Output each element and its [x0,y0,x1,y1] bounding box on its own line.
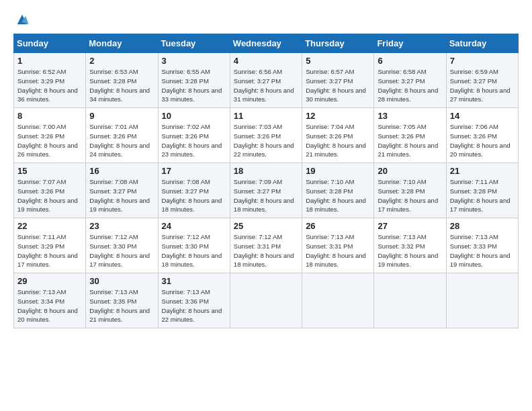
calendar-cell: 1 Sunrise: 6:52 AM Sunset: 3:29 PM Dayli… [14,53,86,108]
day-info: Sunrise: 7:10 AM Sunset: 3:28 PM Dayligh… [378,177,443,214]
day-number: 10 [162,111,227,121]
day-info: Sunrise: 6:57 AM Sunset: 3:27 PM Dayligh… [306,67,371,104]
day-number: 16 [89,166,154,176]
day-info: Sunrise: 7:11 AM Sunset: 3:29 PM Dayligh… [17,232,83,269]
col-header-saturday: Saturday [446,34,518,53]
day-info: Sunrise: 7:13 AM Sunset: 3:34 PM Dayligh… [17,287,83,324]
day-info: Sunrise: 6:52 AM Sunset: 3:29 PM Dayligh… [17,67,83,104]
day-number: 19 [306,166,371,176]
day-number: 22 [17,221,83,231]
calendar-cell [230,273,302,328]
day-number: 6 [378,56,443,66]
calendar-cell: 3 Sunrise: 6:55 AM Sunset: 3:28 PM Dayli… [158,53,230,108]
day-info: Sunrise: 7:13 AM Sunset: 3:36 PM Dayligh… [162,287,227,324]
logo [13,12,30,27]
day-info: Sunrise: 7:05 AM Sunset: 3:26 PM Dayligh… [378,122,443,159]
day-number: 15 [17,166,83,176]
calendar-cell: 14 Sunrise: 7:06 AM Sunset: 3:26 PM Dayl… [446,108,518,163]
col-header-sunday: Sunday [14,34,86,53]
day-info: Sunrise: 7:09 AM Sunset: 3:27 PM Dayligh… [234,177,299,214]
calendar-cell: 4 Sunrise: 6:56 AM Sunset: 3:27 PM Dayli… [230,53,302,108]
day-info: Sunrise: 7:13 AM Sunset: 3:33 PM Dayligh… [450,232,515,269]
day-info: Sunrise: 7:06 AM Sunset: 3:26 PM Dayligh… [450,122,515,159]
calendar-cell: 18 Sunrise: 7:09 AM Sunset: 3:27 PM Dayl… [230,163,302,218]
calendar-header-row: SundayMondayTuesdayWednesdayThursdayFrid… [14,34,519,53]
day-number: 30 [89,276,154,286]
day-number: 14 [450,111,515,121]
calendar-cell: 21 Sunrise: 7:11 AM Sunset: 3:28 PM Dayl… [446,163,518,218]
day-info: Sunrise: 7:13 AM Sunset: 3:32 PM Dayligh… [378,232,443,269]
day-info: Sunrise: 7:07 AM Sunset: 3:26 PM Dayligh… [17,177,83,214]
calendar-cell: 29 Sunrise: 7:13 AM Sunset: 3:34 PM Dayl… [14,273,86,328]
day-info: Sunrise: 7:02 AM Sunset: 3:26 PM Dayligh… [162,122,227,159]
day-number: 18 [234,166,299,176]
day-number: 9 [89,111,154,121]
day-number: 4 [234,56,299,66]
day-number: 8 [17,111,83,121]
day-info: Sunrise: 6:55 AM Sunset: 3:28 PM Dayligh… [162,67,227,104]
calendar-cell: 25 Sunrise: 7:12 AM Sunset: 3:31 PM Dayl… [230,218,302,273]
day-number: 12 [306,111,371,121]
page: SundayMondayTuesdayWednesdayThursdayFrid… [0,0,532,411]
calendar-cell: 16 Sunrise: 7:08 AM Sunset: 3:27 PM Dayl… [86,163,158,218]
calendar-cell: 17 Sunrise: 7:08 AM Sunset: 3:27 PM Dayl… [158,163,230,218]
day-info: Sunrise: 7:11 AM Sunset: 3:28 PM Dayligh… [450,177,515,214]
day-info: Sunrise: 7:04 AM Sunset: 3:26 PM Dayligh… [306,122,371,159]
calendar-cell: 10 Sunrise: 7:02 AM Sunset: 3:26 PM Dayl… [158,108,230,163]
day-info: Sunrise: 7:12 AM Sunset: 3:31 PM Dayligh… [234,232,299,269]
day-number: 2 [89,56,154,66]
day-number: 28 [450,221,515,231]
calendar-cell: 2 Sunrise: 6:53 AM Sunset: 3:28 PM Dayli… [86,53,158,108]
day-info: Sunrise: 6:53 AM Sunset: 3:28 PM Dayligh… [89,67,154,104]
day-info: Sunrise: 7:10 AM Sunset: 3:28 PM Dayligh… [306,177,371,214]
day-number: 31 [162,276,227,286]
calendar-week-row: 8 Sunrise: 7:00 AM Sunset: 3:26 PM Dayli… [14,108,519,163]
day-number: 7 [450,56,515,66]
calendar-cell [446,273,518,328]
calendar-cell: 20 Sunrise: 7:10 AM Sunset: 3:28 PM Dayl… [374,163,446,218]
calendar-cell: 6 Sunrise: 6:58 AM Sunset: 3:27 PM Dayli… [374,53,446,108]
calendar-cell: 28 Sunrise: 7:13 AM Sunset: 3:33 PM Dayl… [446,218,518,273]
col-header-thursday: Thursday [302,34,374,53]
header [13,12,519,27]
calendar-cell: 24 Sunrise: 7:12 AM Sunset: 3:30 PM Dayl… [158,218,230,273]
day-info: Sunrise: 7:08 AM Sunset: 3:27 PM Dayligh… [162,177,227,214]
calendar-cell: 22 Sunrise: 7:11 AM Sunset: 3:29 PM Dayl… [14,218,86,273]
col-header-wednesday: Wednesday [230,34,302,53]
col-header-tuesday: Tuesday [158,34,230,53]
day-info: Sunrise: 7:03 AM Sunset: 3:26 PM Dayligh… [234,122,299,159]
calendar-cell: 26 Sunrise: 7:13 AM Sunset: 3:31 PM Dayl… [302,218,374,273]
calendar-week-row: 29 Sunrise: 7:13 AM Sunset: 3:34 PM Dayl… [14,273,519,328]
calendar-cell: 23 Sunrise: 7:12 AM Sunset: 3:30 PM Dayl… [86,218,158,273]
calendar-week-row: 22 Sunrise: 7:11 AM Sunset: 3:29 PM Dayl… [14,218,519,273]
calendar-cell: 19 Sunrise: 7:10 AM Sunset: 3:28 PM Dayl… [302,163,374,218]
calendar-cell: 13 Sunrise: 7:05 AM Sunset: 3:26 PM Dayl… [374,108,446,163]
day-info: Sunrise: 6:58 AM Sunset: 3:27 PM Dayligh… [378,67,443,104]
day-number: 24 [162,221,227,231]
calendar-cell: 12 Sunrise: 7:04 AM Sunset: 3:26 PM Dayl… [302,108,374,163]
day-number: 1 [17,56,83,66]
day-info: Sunrise: 7:12 AM Sunset: 3:30 PM Dayligh… [162,232,227,269]
calendar-cell: 15 Sunrise: 7:07 AM Sunset: 3:26 PM Dayl… [14,163,86,218]
day-info: Sunrise: 7:08 AM Sunset: 3:27 PM Dayligh… [89,177,154,214]
calendar-cell: 11 Sunrise: 7:03 AM Sunset: 3:26 PM Dayl… [230,108,302,163]
day-number: 11 [234,111,299,121]
day-number: 25 [234,221,299,231]
calendar-cell: 8 Sunrise: 7:00 AM Sunset: 3:26 PM Dayli… [14,108,86,163]
day-info: Sunrise: 7:12 AM Sunset: 3:30 PM Dayligh… [89,232,154,269]
calendar-cell: 27 Sunrise: 7:13 AM Sunset: 3:32 PM Dayl… [374,218,446,273]
calendar-table: SundayMondayTuesdayWednesdayThursdayFrid… [13,34,519,328]
calendar-cell [374,273,446,328]
calendar-week-row: 1 Sunrise: 6:52 AM Sunset: 3:29 PM Dayli… [14,53,519,108]
calendar-cell: 30 Sunrise: 7:13 AM Sunset: 3:35 PM Dayl… [86,273,158,328]
day-number: 23 [89,221,154,231]
day-number: 29 [17,276,83,286]
calendar-week-row: 15 Sunrise: 7:07 AM Sunset: 3:26 PM Dayl… [14,163,519,218]
calendar-cell: 9 Sunrise: 7:01 AM Sunset: 3:26 PM Dayli… [86,108,158,163]
day-info: Sunrise: 6:59 AM Sunset: 3:27 PM Dayligh… [450,67,515,104]
day-number: 13 [378,111,443,121]
day-number: 21 [450,166,515,176]
day-info: Sunrise: 7:13 AM Sunset: 3:31 PM Dayligh… [306,232,371,269]
col-header-friday: Friday [374,34,446,53]
day-number: 17 [162,166,227,176]
